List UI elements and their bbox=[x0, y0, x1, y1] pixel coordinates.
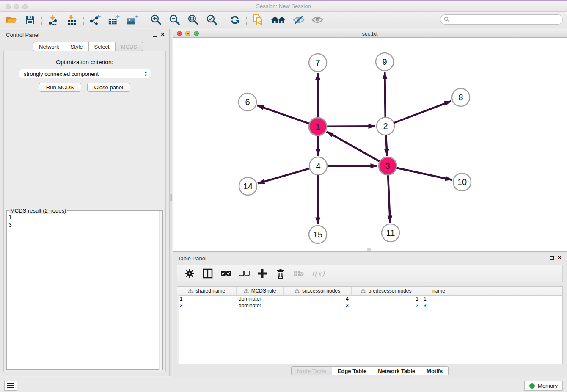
graph-node-3[interactable]: 3 bbox=[379, 157, 396, 175]
tab-style[interactable]: Style bbox=[65, 42, 89, 51]
table-cell[interactable]: 4 bbox=[284, 295, 351, 302]
graph-edge-4-15[interactable] bbox=[318, 175, 318, 224]
table-row[interactable]: 1dominator411 bbox=[177, 295, 562, 302]
tab-node-table[interactable]: Node Table bbox=[291, 366, 332, 375]
tab-network[interactable]: Network bbox=[33, 42, 65, 51]
graph-edge-3-1[interactable] bbox=[327, 132, 380, 162]
graph-node-15[interactable]: 15 bbox=[309, 226, 327, 243]
table-cell[interactable]: 2 bbox=[351, 302, 421, 309]
import-network-button[interactable] bbox=[47, 14, 59, 26]
export-table-button[interactable] bbox=[108, 14, 120, 26]
control-panel-float-icon[interactable] bbox=[153, 33, 157, 37]
graph-edge-2-8[interactable] bbox=[394, 101, 451, 123]
graph-node-4[interactable]: 4 bbox=[309, 157, 327, 175]
run-mcds-button[interactable]: Run MCDS bbox=[39, 83, 81, 92]
function-builder-button-disabled[interactable]: f(x) bbox=[311, 268, 325, 279]
trash-icon bbox=[276, 268, 285, 279]
export-network-button[interactable] bbox=[89, 14, 101, 26]
open-file-button[interactable] bbox=[6, 14, 17, 26]
network-window-titlebar[interactable]: × − + scc.txt bbox=[173, 29, 567, 38]
graph-edge-2-9[interactable] bbox=[385, 72, 385, 117]
column-header-successor-nodes[interactable]: successor nodes bbox=[284, 287, 351, 295]
table-cell[interactable]: 1 bbox=[177, 295, 236, 302]
graph-node-7[interactable]: 7 bbox=[309, 54, 327, 72]
table-cell[interactable] bbox=[457, 295, 562, 302]
import-table-button[interactable] bbox=[66, 14, 78, 26]
zoom-selected-button[interactable] bbox=[206, 14, 217, 26]
tab-select[interactable]: Select bbox=[89, 42, 116, 51]
graph-node-6[interactable]: 6 bbox=[239, 93, 256, 111]
zoom-fit-button[interactable] bbox=[187, 14, 199, 26]
graph-edge-4-14[interactable] bbox=[258, 168, 310, 184]
table-row[interactable]: 3dominator323 bbox=[177, 302, 562, 309]
tab-network-table[interactable]: Network Table bbox=[372, 366, 421, 375]
delete-column-button-disabled[interactable] bbox=[293, 268, 304, 279]
tab-motifs[interactable]: Motifs bbox=[421, 366, 449, 375]
network-hscrollbar[interactable] bbox=[367, 248, 371, 251]
optimization-criterion-select[interactable]: strongly connected component ▲▼ bbox=[19, 69, 151, 78]
zoom-in-icon bbox=[150, 14, 161, 25]
column-header-name[interactable]: name bbox=[421, 287, 457, 295]
graph-node-10[interactable]: 10 bbox=[453, 173, 471, 191]
control-panel-close-icon[interactable]: ✕ bbox=[160, 32, 165, 37]
graph-edge-3-11[interactable] bbox=[388, 175, 390, 223]
table-cell[interactable] bbox=[457, 302, 562, 309]
graph-edge-1-2[interactable] bbox=[327, 126, 375, 127]
network-graph[interactable]: 7968124314101511 bbox=[173, 38, 567, 251]
table-cell[interactable]: dominator bbox=[236, 302, 284, 309]
show-visual-button[interactable] bbox=[311, 14, 323, 26]
dropdown-value: strongly connected component bbox=[24, 71, 99, 77]
graph-node-label: 11 bbox=[386, 228, 395, 237]
graph-edge-3-10[interactable] bbox=[396, 168, 452, 180]
export-image-button[interactable] bbox=[127, 14, 138, 26]
table-panel-float-icon[interactable] bbox=[550, 256, 554, 260]
zoom-out-button[interactable] bbox=[168, 14, 180, 26]
node-table-body: 1dominator4113dominator323 bbox=[177, 295, 562, 309]
add-row-button[interactable] bbox=[257, 268, 268, 279]
zoom-in-button[interactable] bbox=[150, 14, 162, 26]
delete-row-button[interactable] bbox=[275, 268, 286, 279]
deselect-all-button[interactable] bbox=[239, 268, 250, 279]
graph-edge-2-3[interactable] bbox=[386, 135, 387, 156]
graph-node-11[interactable]: 11 bbox=[382, 224, 399, 242]
clone-network-button[interactable] bbox=[252, 14, 264, 26]
table-cell[interactable]: 3 bbox=[177, 302, 236, 309]
graph-node-14[interactable]: 14 bbox=[239, 177, 257, 195]
graph-node-1[interactable]: 1 bbox=[309, 118, 327, 135]
table-cell[interactable]: dominator bbox=[236, 295, 284, 302]
home-button[interactable] bbox=[271, 14, 286, 26]
save-session-button[interactable] bbox=[24, 14, 36, 26]
vertical-splitter[interactable] bbox=[169, 29, 172, 376]
memory-button[interactable]: Memory bbox=[524, 381, 563, 391]
graph-node-9[interactable]: 9 bbox=[376, 53, 394, 71]
table-cell[interactable]: 1 bbox=[421, 295, 457, 302]
table-cell[interactable]: 1 bbox=[351, 295, 421, 302]
column-header-mcds-role[interactable]: MCDS role bbox=[236, 287, 284, 295]
result-scrollbar[interactable] bbox=[159, 211, 162, 370]
table-cell[interactable]: 3 bbox=[421, 302, 457, 309]
network-canvas[interactable]: 7968124314101511 bbox=[173, 38, 567, 251]
column-header-predecessor-nodes[interactable]: predecessor nodes bbox=[351, 287, 421, 295]
checked-boxes-icon bbox=[220, 271, 231, 276]
tab-edge-table[interactable]: Edge Table bbox=[332, 366, 372, 375]
graph-edge-1-4[interactable] bbox=[318, 135, 318, 156]
refresh-button[interactable] bbox=[229, 14, 241, 26]
control-panel-title: Control Panel bbox=[6, 32, 39, 38]
hide-visual-button[interactable] bbox=[293, 14, 305, 26]
table-cell[interactable]: 3 bbox=[284, 302, 351, 309]
import-table-icon bbox=[66, 14, 77, 25]
column-view-button[interactable] bbox=[202, 268, 213, 279]
close-panel-button[interactable]: Close panel bbox=[87, 83, 131, 92]
splitter-grip[interactable] bbox=[170, 194, 172, 201]
column-header-shared-name[interactable]: shared name bbox=[177, 287, 236, 295]
search-input[interactable] bbox=[440, 14, 563, 25]
table-panel-close-icon[interactable]: ✕ bbox=[557, 255, 562, 260]
graph-edge-1-6[interactable] bbox=[257, 105, 310, 124]
select-all-button[interactable] bbox=[220, 268, 231, 279]
mcds-result-text[interactable]: 1 3 bbox=[8, 213, 12, 229]
graph-node-2[interactable]: 2 bbox=[377, 117, 394, 135]
graph-node-8[interactable]: 8 bbox=[452, 88, 470, 106]
tab-mcds[interactable]: MCDS bbox=[116, 42, 143, 51]
table-settings-button[interactable] bbox=[184, 268, 195, 279]
task-history-button[interactable] bbox=[4, 381, 17, 391]
